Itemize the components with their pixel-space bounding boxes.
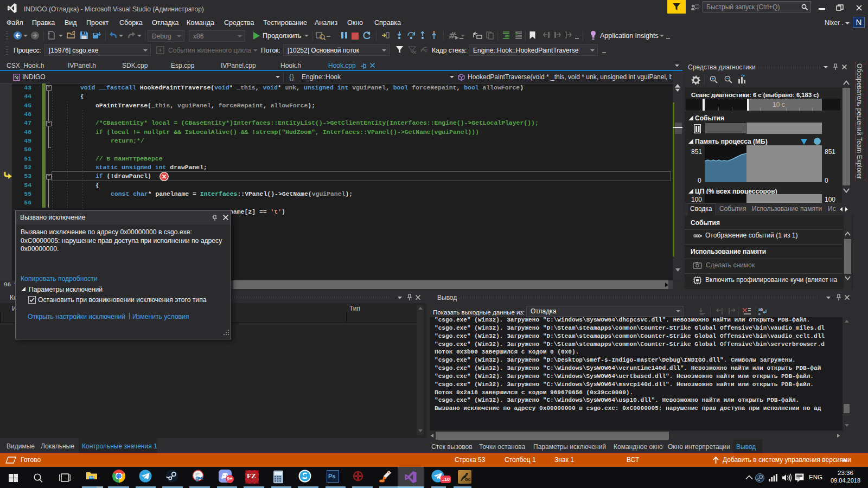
svg-text:c: c [758, 311, 761, 316]
svg-text:?: ? [515, 31, 518, 37]
svg-text:GO: GO [465, 478, 470, 481]
